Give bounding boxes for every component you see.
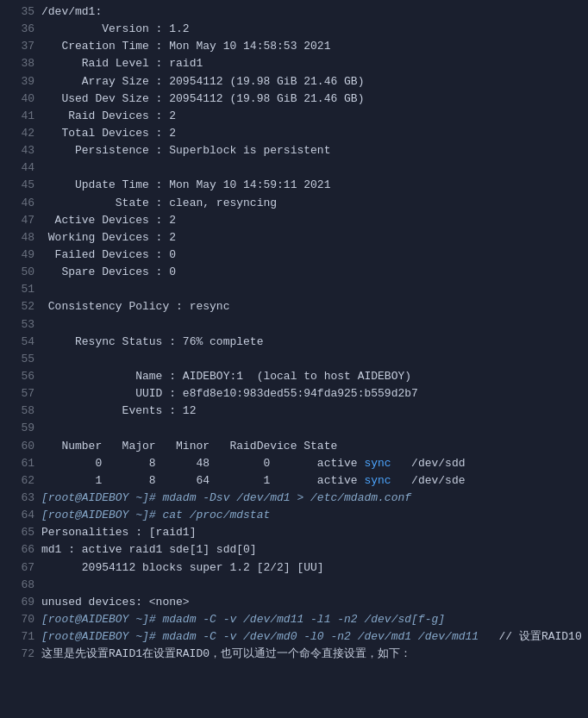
line-57: 57 UUID : e8fd8e10:983ded55:94fda925:b55…	[7, 385, 581, 403]
line-72: 72 这里是先设置RAID1在设置RAID0，也可以通过一个命令直接设置，如下：	[7, 646, 581, 663]
device-row-61-pre: 0 8 48 0 active	[41, 457, 364, 470]
line-61: 61 0 8 48 0 active sync /dev/sdd	[7, 455, 581, 472]
line-37: 37 Creation Time : Mon May 10 14:58:53 2…	[7, 38, 581, 55]
line-64: 64 [root@AIDEBOY ~]# cat /proc/mdstat	[7, 507, 581, 524]
line-49: 49 Failed Devices : 0	[7, 247, 581, 264]
line-42: 42 Total Devices : 2	[7, 125, 581, 142]
line-60: 60 Number Major Minor RaidDevice State	[7, 438, 581, 455]
line-70: 70 [root@AIDEBOY ~]# mdadm -C -v /dev/md…	[7, 611, 581, 628]
device-row-62-post: /dev/sde	[391, 474, 466, 487]
line-69: 69 unused devices: <none>	[7, 594, 581, 611]
line-67: 67 20954112 blocks super 1.2 [2/2] [UU]	[7, 559, 581, 577]
line-55: 55	[7, 351, 581, 368]
line-38: 38 Raid Level : raid1	[7, 55, 581, 72]
line-56: 56 Name : AIDEBOY:1 (local to host AIDEB…	[7, 368, 581, 385]
line-54: 54 Resync Status : 76% complete	[7, 334, 581, 351]
line-68: 68	[7, 577, 581, 594]
line-35: 35 /dev/md1:	[7, 3, 581, 21]
line-45: 45 Update Time : Mon May 10 14:59:11 202…	[7, 177, 581, 194]
line-48: 48 Working Devices : 2	[7, 229, 581, 247]
line-43: 43 Persistence : Superblock is persisten…	[7, 142, 581, 159]
line-40: 40 Used Dev Size : 20954112 (19.98 GiB 2…	[7, 91, 581, 108]
line-53: 53	[7, 316, 581, 334]
line-71-comment: // 设置RAID10	[479, 630, 582, 643]
line-51: 51	[7, 281, 581, 298]
line-50: 50 Spare Devices : 0	[7, 264, 581, 281]
line-39: 39 Array Size : 20954112 (19.98 GiB 21.4…	[7, 73, 581, 91]
line-66: 66 md1 : active raid1 sde[1] sdd[0]	[7, 541, 581, 559]
line-44: 44	[7, 159, 581, 177]
line-47: 47 Active Devices : 2	[7, 212, 581, 229]
sync-link-62[interactable]: sync	[364, 474, 391, 487]
line-58: 58 Events : 12	[7, 403, 581, 420]
line-63: 63 [root@AIDEBOY ~]# mdadm -Dsv /dev/md1…	[7, 490, 581, 507]
line-62: 62 1 8 64 1 active sync /dev/sde	[7, 472, 581, 490]
terminal-output: 35 /dev/md1: 36 Version : 1.2 37 Creatio…	[0, 0, 588, 666]
device-row-62-pre: 1 8 64 1 active	[41, 474, 364, 487]
sync-link-61[interactable]: sync	[364, 457, 391, 470]
line-65: 65 Personalities : [raid1]	[7, 524, 581, 541]
line-36: 36 Version : 1.2	[7, 21, 581, 38]
line-59: 59	[7, 420, 581, 437]
line-71: 71 [root@AIDEBOY ~]# mdadm -C -v /dev/md…	[7, 628, 581, 646]
line-52: 52 Consistency Policy : resync	[7, 298, 581, 315]
line-41: 41 Raid Devices : 2	[7, 108, 581, 125]
device-row-61-post: /dev/sdd	[391, 457, 466, 470]
line-46: 46 State : clean, resyncing	[7, 195, 581, 212]
line-71-cmd: [root@AIDEBOY ~]# mdadm -C -v /dev/md0 -…	[41, 630, 479, 643]
